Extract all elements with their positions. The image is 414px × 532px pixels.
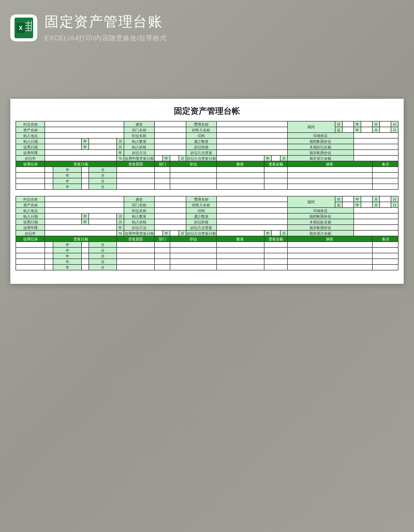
cell-label: 使用年限变更日期 [124, 156, 155, 161]
cell-label: 费用名称 [186, 121, 216, 127]
record-row: 年月 [16, 184, 398, 190]
cell-label: 折旧方法 [124, 225, 155, 231]
cell-label: 折旧方法变更 [186, 150, 216, 156]
record-row: 年月 [16, 167, 398, 173]
cell-label: 月 [117, 144, 124, 150]
record-header: 数量 [216, 236, 264, 242]
cell-label: 日 [391, 121, 398, 127]
cell-label: 年 [81, 144, 88, 150]
record-header: 变更金额 [264, 236, 287, 242]
cell-label: 购入价格 [124, 144, 155, 150]
cell-label: 月 [280, 156, 287, 161]
cell-label: 折旧价格 [186, 144, 216, 150]
cell-label: 期末帐面价值 [287, 150, 354, 156]
cell-label: 折旧价格 [186, 219, 216, 225]
cell-label: 销售方名称 [186, 202, 216, 208]
cell-label: % [117, 156, 124, 161]
record-header: 职位 [170, 161, 216, 167]
cell-label: 年 [354, 196, 361, 202]
cell-label: 月 [179, 156, 186, 161]
cell-label: 年 [354, 202, 361, 208]
cell-label: 年 [81, 214, 88, 219]
record-header: 变更日期 [45, 236, 117, 242]
cell-label: 年 [117, 225, 124, 231]
cell-label: 购入地点 [16, 133, 45, 139]
excel-icon: X [10, 14, 37, 41]
cell-label: 摘要 [124, 196, 155, 202]
record-header: 变更金额 [264, 161, 287, 167]
cell-label: 年 [264, 156, 272, 161]
cell-label: 减少数量 [186, 139, 216, 144]
cell-label: 科目名称 [16, 121, 45, 127]
cell-label: 自 [335, 121, 343, 127]
cell-label: 使用日期 [16, 219, 45, 225]
cell-label: 年 [117, 150, 124, 156]
record-header: 备注 [373, 161, 398, 167]
cell-label: 资产名称 [16, 202, 45, 208]
cell-label: 日 [391, 127, 398, 133]
cell-label: 使用年限 [16, 150, 45, 156]
cell-label: 购入数量 [124, 214, 155, 219]
record-header: 使用记录 [16, 236, 45, 242]
record-header: 部门 [155, 161, 170, 167]
form-table-2: 科目名称 摘要 费用名称 期间 自 年 月 日 资产名称 部门名称 [16, 196, 398, 270]
record-header: 变更原因 [117, 236, 155, 242]
cell-label: 年 [81, 139, 88, 144]
form-table-1: 科目名称 摘要 费用名称 期间 自 年 月 日 资产名称 部门名称 [16, 121, 398, 190]
cell-label: 科目名称 [16, 196, 45, 202]
cell-label: 期初帐面价值 [287, 214, 354, 219]
cell-label: 期末累计余额 [287, 231, 354, 236]
cell-label: 使用年限变更日期 [124, 231, 155, 236]
cell-label: 月 [373, 196, 380, 202]
cell-label: 期间 [287, 121, 335, 133]
record-header: 变更日期 [45, 161, 117, 167]
record-row: 年月 [16, 242, 398, 248]
cell-label: 本期还款金额 [287, 219, 354, 225]
record-row: 年月 [16, 265, 398, 270]
form-block-2: 科目名称 摘要 费用名称 期间 自 年 月 日 资产名称 部门名称 [16, 196, 398, 270]
record-header: 职位 [170, 236, 216, 242]
cell-label: 年 [81, 219, 88, 225]
cell-label: 减少数量 [186, 214, 216, 219]
cell-label: 月 [179, 231, 186, 236]
cell-label: % [117, 231, 124, 236]
record-header: 部门 [155, 236, 170, 242]
cell-label: 年 [163, 156, 170, 161]
cell-label: 年 [354, 127, 361, 133]
cell-label: 月 [373, 121, 380, 127]
cell-label: 折旧率 [16, 231, 45, 236]
cell-label: 年 [163, 231, 170, 236]
cell-label: 月 [117, 214, 124, 219]
cell-label: 折旧方法变更日期 [186, 156, 216, 161]
page-subtitle: EXCEL/A4打印/内容随意修改/自带格式 [45, 34, 167, 43]
record-row: 年月 [16, 178, 398, 184]
cell-label: 年 [264, 231, 272, 236]
record-header: 摘要 [287, 236, 373, 242]
cell-label: 期末累计余额 [287, 156, 354, 161]
cell-label: 折旧率 [16, 156, 45, 161]
cell-label: 职位名称 [124, 208, 155, 214]
cell-label: 年 [354, 121, 361, 127]
cell-label: 结构 [186, 208, 216, 214]
cell-label: 月 [117, 219, 124, 225]
sheet-title: 固定资产管理台帐 [16, 106, 398, 117]
cell-label: 使用日期 [16, 144, 45, 150]
cell-label: 购入价格 [124, 219, 155, 225]
cell-label: 期间 [287, 196, 335, 208]
cell-label: 购入日期 [16, 139, 45, 144]
cell-label: 购入数量 [124, 139, 155, 144]
record-header: 备注 [373, 236, 398, 242]
cell-label: 自 [335, 196, 343, 202]
record-header: 变更原因 [117, 161, 155, 167]
record-header: 数量 [216, 161, 264, 167]
cell-label: 摘要 [124, 121, 155, 127]
cell-label: 至 [335, 202, 343, 208]
page-header: X 固定资产管理台账 EXCEL/A4打印/内容随意修改/自带格式 [0, 0, 414, 57]
cell-label: 资产名称 [16, 127, 45, 133]
cell-label: 部门名称 [124, 127, 155, 133]
cell-label: 购入日期 [16, 214, 45, 219]
record-header: 使用记录 [16, 161, 45, 167]
cell-label: 部门名称 [124, 202, 155, 208]
record-row: 年月 [16, 248, 398, 253]
cell-label: 至 [335, 127, 343, 133]
